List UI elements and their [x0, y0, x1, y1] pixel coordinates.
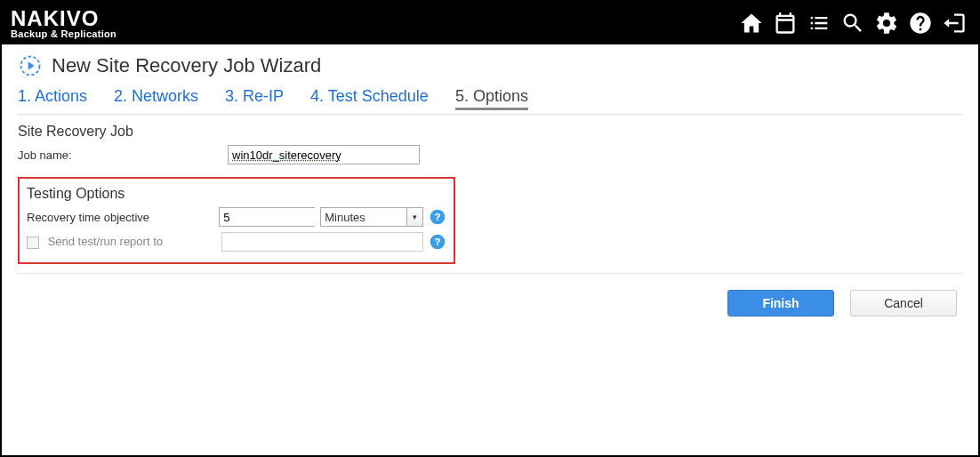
topbar-actions: [736, 8, 969, 38]
report-label-wrap: Send test/run report to: [27, 235, 221, 249]
svg-text:?: ?: [434, 211, 440, 222]
tab-options[interactable]: 5. Options: [455, 87, 528, 110]
send-report-input[interactable]: [221, 232, 423, 252]
rto-help-icon[interactable]: ?: [429, 208, 446, 226]
brand: NAKIVO Backup & Replication: [11, 8, 116, 39]
rto-unit-value: Minutes: [321, 211, 406, 224]
rto-unit-select[interactable]: Minutes ▾: [320, 207, 423, 227]
job-name-input[interactable]: [228, 145, 420, 164]
help-icon[interactable]: [905, 8, 936, 38]
gear-icon[interactable]: [872, 8, 902, 38]
wizard-tabs: 1. Actions 2. Networks 3. Re-IP 4. Test …: [18, 87, 962, 115]
report-help-icon[interactable]: ?: [429, 233, 446, 251]
testing-options-highlight: Testing Options Recovery time objective …: [18, 177, 455, 264]
tab-actions[interactable]: 1. Actions: [18, 87, 87, 110]
divider: [18, 273, 962, 274]
logout-icon[interactable]: [939, 8, 969, 38]
top-bar: NAKIVO Backup & Replication: [2, 2, 978, 44]
list-icon[interactable]: [804, 8, 834, 38]
cancel-button[interactable]: Cancel: [850, 290, 957, 317]
job-name-label: Job name:: [18, 148, 228, 162]
rto-value-spinner[interactable]: ▲ ▼: [219, 207, 315, 227]
svg-marker-1: [28, 61, 35, 69]
finish-button[interactable]: Finish: [727, 290, 834, 317]
search-icon[interactable]: [838, 8, 868, 38]
tab-networks[interactable]: 2. Networks: [114, 87, 198, 110]
brand-subtitle: Backup & Replication: [11, 29, 116, 39]
home-icon[interactable]: [736, 8, 767, 38]
wizard-gear-icon: [18, 53, 43, 78]
tab-test-schedule[interactable]: 4. Test Schedule: [310, 87, 429, 110]
section-testing-options-title: Testing Options: [27, 186, 446, 202]
send-report-checkbox[interactable]: [27, 237, 39, 249]
wizard-title: New Site Recovery Job Wizard: [52, 54, 321, 77]
rto-label: Recovery time objective: [27, 211, 219, 224]
section-site-recovery-title: Site Recovery Job: [18, 124, 962, 140]
calendar-icon[interactable]: [770, 8, 800, 38]
send-report-label: Send test/run report to: [48, 235, 163, 248]
svg-text:?: ?: [434, 236, 440, 247]
brand-title: NAKIVO: [11, 8, 116, 29]
tab-reip[interactable]: 3. Re-IP: [225, 87, 284, 110]
chevron-down-icon[interactable]: ▾: [406, 208, 422, 226]
